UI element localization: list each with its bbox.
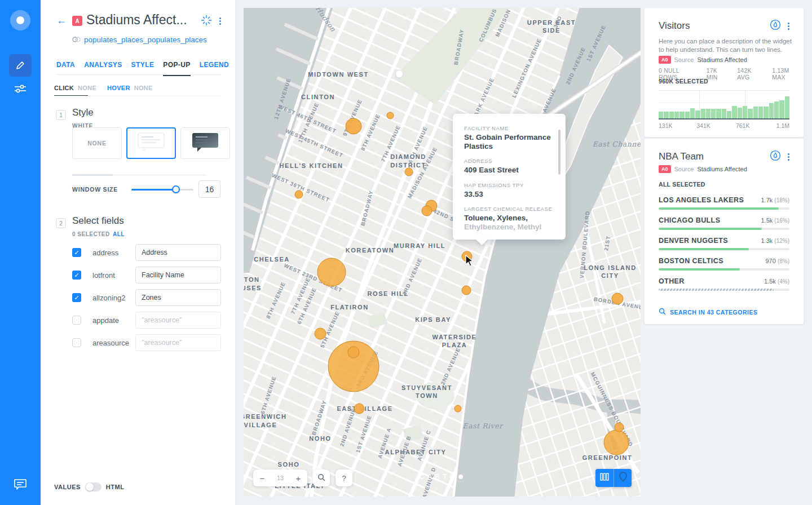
- category-row[interactable]: LOS ANGELES LAKERS1.7k (18%): [659, 193, 789, 213]
- widget-menu-button[interactable]: [788, 21, 789, 31]
- avatar[interactable]: [10, 10, 30, 30]
- field-title-input-allzoning2[interactable]: [135, 289, 221, 306]
- map-search-button[interactable]: [313, 469, 330, 486]
- histogram-bar[interactable]: [722, 109, 726, 118]
- map-label: CLINTON: [301, 94, 335, 100]
- popup-scrollbar[interactable]: [558, 130, 561, 175]
- visitors-histogram[interactable]: [659, 90, 789, 118]
- category-row[interactable]: BOSTON CELTICS970 (8%): [659, 254, 789, 274]
- map-marker[interactable]: [348, 347, 359, 358]
- subtab-hover[interactable]: HOVER: [107, 85, 130, 91]
- carto-attribution[interactable]: CARTO: [420, 473, 463, 481]
- histogram-bar[interactable]: [738, 108, 742, 118]
- histogram-bar[interactable]: [701, 109, 705, 118]
- subtab-click[interactable]: CLICK: [54, 85, 74, 91]
- map-marker[interactable]: [387, 112, 394, 119]
- histogram-bar[interactable]: [764, 107, 768, 118]
- feedback-button[interactable]: [9, 473, 32, 496]
- histogram-bar[interactable]: [679, 112, 684, 118]
- field-row-allzoning2: ✓allzoning2: [41, 289, 235, 306]
- popup-style-light[interactable]: [126, 127, 176, 159]
- values-html-toggle[interactable]: [85, 482, 102, 491]
- histogram-bar[interactable]: [727, 111, 731, 118]
- popup-style-none[interactable]: NONE: [72, 127, 122, 159]
- layer-menu-button[interactable]: [219, 16, 221, 26]
- tab-style[interactable]: STYLE: [131, 61, 155, 76]
- histogram-bar[interactable]: [769, 103, 774, 118]
- slider-handle[interactable]: [172, 185, 180, 193]
- histogram-bar[interactable]: [695, 110, 700, 118]
- tab-data[interactable]: DATA: [56, 61, 75, 76]
- pin-toggle-button[interactable]: [614, 469, 632, 487]
- histogram-bar[interactable]: [774, 101, 779, 118]
- map-marker[interactable]: [315, 328, 326, 339]
- field-title-input-areasource[interactable]: [135, 334, 221, 351]
- checkbox-lotfront[interactable]: ✓: [72, 271, 81, 280]
- tab-analysys[interactable]: ANALYSYS: [84, 61, 122, 76]
- field-title-input-lotfront[interactable]: [135, 267, 221, 283]
- histogram-bar[interactable]: [706, 109, 710, 118]
- checkbox-areasource[interactable]: [72, 338, 81, 347]
- tab-pop-up[interactable]: POP-UP: [163, 61, 190, 76]
- histogram-bar[interactable]: [685, 112, 690, 118]
- window-size-slider[interactable]: [131, 189, 193, 191]
- edit-mode-button[interactable]: [9, 54, 32, 77]
- zoom-out-button[interactable]: −: [253, 473, 271, 483]
- columns-toggle-button[interactable]: [595, 469, 614, 487]
- histogram-bar[interactable]: [785, 96, 789, 118]
- window-size-input[interactable]: [198, 180, 220, 198]
- select-all-link[interactable]: ALL: [113, 231, 125, 237]
- category-list: LOS ANGELES LAKERS1.7k (18%)CHICAGO BULL…: [659, 193, 789, 294]
- widget-menu-button[interactable]: [788, 152, 789, 162]
- histogram-bar[interactable]: [664, 112, 668, 118]
- histogram-bar[interactable]: [748, 109, 752, 118]
- style-cards-scrollbar[interactable]: [72, 174, 206, 176]
- field-title-input-appdate[interactable]: [135, 312, 221, 329]
- map-marker[interactable]: [346, 118, 361, 134]
- droplet-icon[interactable]: [770, 19, 781, 33]
- map-marker[interactable]: [354, 404, 364, 414]
- histogram-bar[interactable]: [758, 107, 763, 118]
- histogram-bar[interactable]: [753, 107, 758, 118]
- search-categories-link[interactable]: SEARCH IN 43 CATEGORIES: [659, 308, 757, 316]
- field-title-input-address[interactable]: [135, 244, 221, 261]
- droplet-icon[interactable]: [770, 150, 781, 163]
- checkbox-address[interactable]: ✓: [72, 248, 81, 257]
- map-marker[interactable]: [454, 405, 461, 412]
- histogram-bar[interactable]: [716, 109, 721, 118]
- histogram-bar[interactable]: [711, 109, 716, 118]
- map-help-button[interactable]: ?: [336, 469, 352, 486]
- checkbox-allzoning2[interactable]: ✓: [72, 293, 81, 302]
- tab-legend[interactable]: LEGEND: [200, 61, 229, 76]
- category-row[interactable]: OTHER1.5k (4%): [659, 274, 789, 294]
- histogram-bar[interactable]: [690, 108, 695, 118]
- popup-style-dark[interactable]: [180, 127, 230, 159]
- optimize-icon[interactable]: [201, 15, 212, 28]
- map-marker[interactable]: [462, 286, 471, 295]
- settings-mode-button[interactable]: [9, 78, 32, 100]
- map-label: East Channel: [593, 140, 641, 148]
- map-canvas[interactable]: MIDTOWN WESTCLINTONHELL'S KITCHENDIAMOND…: [244, 8, 641, 497]
- category-row[interactable]: DENVER NUGGETS1.3k (12%): [659, 233, 789, 254]
- back-button[interactable]: ←: [56, 15, 67, 25]
- map-marker[interactable]: [422, 206, 432, 216]
- category-name: OTHER: [659, 277, 685, 285]
- zoom-in-button[interactable]: +: [289, 473, 307, 483]
- histogram-bar[interactable]: [669, 112, 674, 118]
- map-marker[interactable]: [612, 293, 623, 304]
- light-popup-icon: [136, 131, 166, 155]
- map-marker[interactable]: [615, 423, 624, 432]
- histogram-bar[interactable]: [779, 100, 784, 118]
- category-row[interactable]: CHICAGO BULLS1.5k (16%): [659, 213, 789, 233]
- map-marker[interactable]: [317, 258, 346, 286]
- category-name: DENVER NUGGETS: [659, 237, 728, 245]
- histogram-bar[interactable]: [659, 112, 663, 118]
- histogram-bar[interactable]: [743, 106, 747, 118]
- histogram-bar[interactable]: [674, 112, 679, 118]
- histogram-bar[interactable]: [732, 106, 736, 118]
- dataset-link[interactable]: populates_places_populates_places: [84, 36, 207, 44]
- map-marker[interactable]: [405, 168, 413, 176]
- map-marker[interactable]: [295, 191, 303, 198]
- map-marker[interactable]: [604, 430, 629, 455]
- checkbox-appdate[interactable]: [72, 316, 81, 325]
